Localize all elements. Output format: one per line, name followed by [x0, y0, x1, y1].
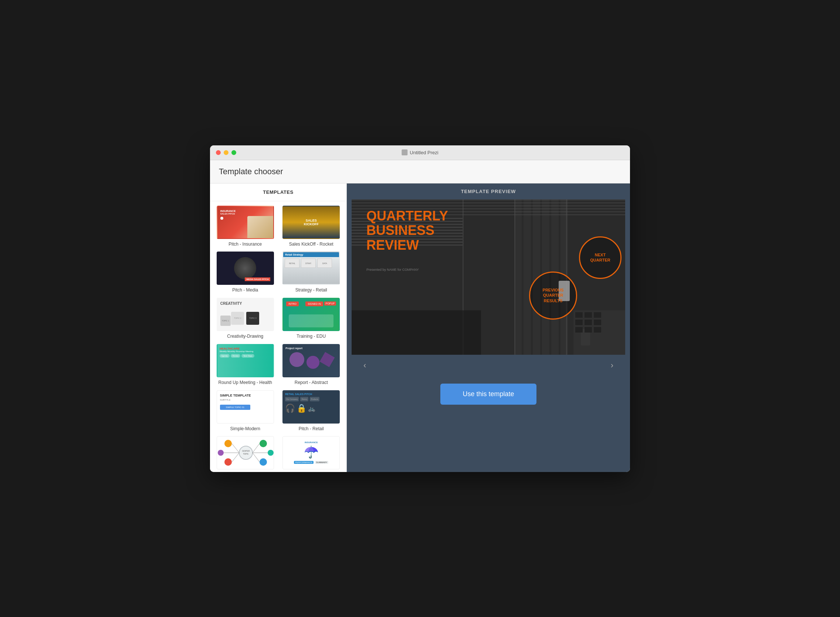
preview-panel: TEMPLATE PREVIEW [347, 183, 630, 472]
svg-rect-18 [352, 205, 625, 207]
template-label-creativity: Creativity-Drawing [227, 333, 263, 339]
prev-arrow[interactable]: ‹ [359, 359, 370, 372]
content-area: TEMPLATES INSURANCE SALES PITCH Pitch - … [210, 183, 630, 472]
traffic-lights [216, 150, 236, 155]
template-insurance[interactable]: INSURANCE SALES PITCH Pitch - Insurance [214, 206, 276, 248]
svg-rect-35 [514, 199, 522, 355]
templates-panel: TEMPLATES INSURANCE SALES PITCH Pitch - … [210, 183, 347, 472]
svg-line-12 [252, 453, 259, 462]
template-thumb-media: MEDIA SALES PITCH [217, 251, 274, 285]
svg-rect-41 [352, 310, 481, 355]
template-retail-strategy[interactable]: Retail Strategy RETAIL STRAT. DATA Strat… [281, 251, 342, 293]
svg-rect-50 [594, 320, 601, 325]
fullscreen-button[interactable] [231, 150, 236, 155]
template-label-media: Pitch - Media [232, 287, 258, 293]
next-arrow[interactable]: › [606, 359, 618, 372]
template-thumb-health: HEALTHCARE Weekly-Monthly Roundup Meetin… [217, 344, 274, 377]
svg-rect-46 [585, 312, 592, 318]
circle-next-quarter: NEXTQUARTER [579, 236, 622, 279]
template-simple[interactable]: SIMPLE TEMPLATE SUBTITLE SIMPLE TOPIC 01… [214, 390, 276, 432]
svg-text:TOPIC: TOPIC [243, 453, 249, 455]
template-label-rocket: Sales KickOff - Rocket [289, 241, 333, 248]
templates-header: TEMPLATES [210, 183, 346, 201]
template-thumb-exec: INSURANCE ☂️ PERFORMANCE SUMMARY [283, 436, 340, 469]
close-button[interactable] [216, 150, 221, 155]
svg-rect-51 [575, 327, 583, 332]
svg-rect-53 [594, 327, 601, 332]
template-thumb-pitch-retail: RETAIL SALES PITCH Our Company History P… [283, 390, 340, 424]
preview-subtitle: Presented by NAME for COMPANY [366, 268, 419, 272]
svg-point-6 [259, 458, 267, 466]
template-exec[interactable]: INSURANCE ☂️ PERFORMANCE SUMMARY Executi… [281, 436, 342, 472]
template-thumb-training: POPUP INTRO SIGNED IN [283, 298, 340, 331]
circle-previous-quarter: PREVIOUSQUARTERRESULTS [529, 272, 577, 320]
preview-header: TEMPLATE PREVIEW [347, 183, 630, 199]
svg-rect-49 [585, 320, 592, 325]
template-label-pitch-retail: Pitch - Retail [299, 426, 324, 432]
template-training[interactable]: POPUP INTRO SIGNED IN Training - EDU [281, 298, 342, 339]
template-thumb-retail: Retail Strategy RETAIL STRAT. DATA [283, 251, 340, 285]
preview-container: QUARTERLYBUSINESSREVIEW Presented by NAM… [352, 199, 625, 376]
svg-line-10 [252, 443, 259, 453]
preview-image: QUARTERLYBUSINESSREVIEW Presented by NAM… [352, 199, 625, 355]
app-window: Untitled Prezi Template chooser TEMPLATE… [210, 145, 630, 472]
template-health[interactable]: HEALTHCARE Weekly-Monthly Roundup Meetin… [214, 344, 276, 386]
svg-text:CENTER: CENTER [242, 450, 249, 452]
page-header: Template chooser [210, 160, 630, 183]
template-label-insurance: Pitch - Insurance [228, 241, 262, 248]
use-template-button[interactable]: Use this template [440, 384, 536, 405]
svg-rect-17 [352, 202, 625, 204]
template-label-training: Training - EDU [296, 333, 326, 339]
window-title: Untitled Prezi [401, 149, 438, 155]
preview-title: QUARTERLYBUSINESSREVIEW [366, 209, 448, 252]
svg-rect-36 [523, 199, 531, 355]
nav-arrows: ‹ › [352, 355, 625, 376]
template-label-simple: Simple-Modern [230, 426, 260, 432]
template-thumb-rocket: SALESKICKOFF [283, 206, 340, 239]
template-thumb-simple: SIMPLE TEMPLATE SUBTITLE SIMPLE TOPIC 01 [217, 390, 274, 424]
templates-grid: INSURANCE SALES PITCH Pitch - Insurance … [210, 201, 346, 472]
svg-rect-52 [585, 327, 592, 332]
template-media[interactable]: MEDIA SALES PITCH Pitch - Media [214, 251, 276, 293]
template-around[interactable]: CENTER TOPIC [214, 436, 276, 472]
svg-rect-16 [352, 199, 625, 201]
svg-point-3 [224, 440, 232, 447]
svg-rect-45 [575, 312, 583, 318]
template-label-abstract: Report - Abstract [295, 379, 328, 386]
template-thumb-insurance: INSURANCE SALES PITCH [217, 206, 274, 239]
svg-rect-47 [594, 312, 601, 318]
template-creativity[interactable]: CREATIVITY TOPIC 2 TOPIC 3 TOPIC 1 Creat… [214, 298, 276, 339]
svg-point-8 [268, 450, 274, 456]
template-abstract[interactable]: Project report Report - Abstract [281, 344, 342, 386]
template-thumb-creativity: CREATIVITY TOPIC 2 TOPIC 3 TOPIC 1 [217, 298, 274, 331]
svg-line-9 [232, 443, 239, 453]
template-rocket[interactable]: SALESKICKOFF Sales KickOff - Rocket [281, 206, 342, 248]
template-label-retail-strategy: Strategy - Retail [295, 287, 327, 293]
svg-rect-48 [575, 320, 583, 325]
file-icon [401, 149, 407, 155]
svg-point-5 [224, 458, 232, 466]
minimize-button[interactable] [224, 150, 228, 155]
svg-point-7 [218, 450, 224, 456]
template-thumb-around: CENTER TOPIC [217, 436, 274, 469]
svg-point-4 [259, 440, 267, 447]
template-pitch-retail[interactable]: RETAIL SALES PITCH Our Company History P… [281, 390, 342, 432]
template-thumb-abstract: Project report [283, 344, 340, 377]
template-label-health: Round Up Meeting - Health [218, 379, 272, 386]
titlebar: Untitled Prezi [210, 145, 630, 160]
svg-line-11 [232, 453, 239, 462]
page-title: Template chooser [219, 167, 621, 176]
